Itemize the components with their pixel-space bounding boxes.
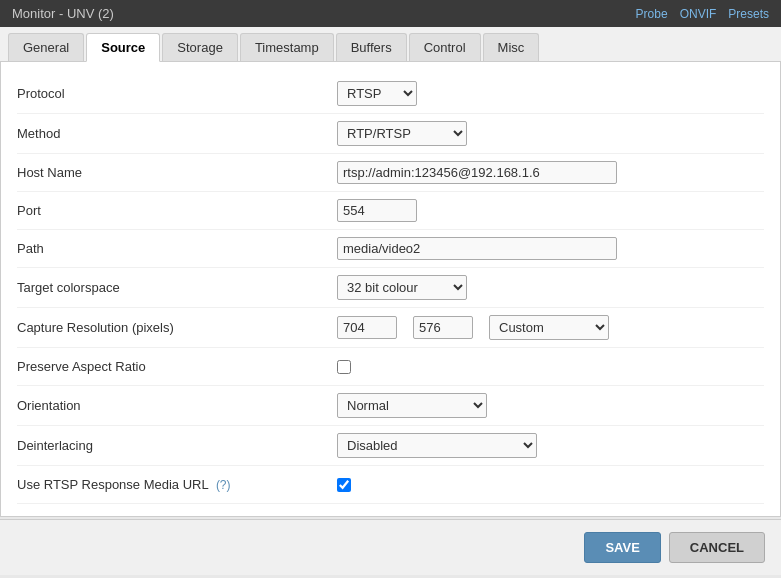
- rtsp-response-media-url-checkbox[interactable]: [337, 478, 351, 492]
- orientation-row: Orientation Normal Rotate 90 Rotate 180 …: [17, 386, 764, 426]
- path-row: Path: [17, 230, 764, 268]
- footer: SAVE CANCEL: [0, 519, 781, 575]
- port-row: Port: [17, 192, 764, 230]
- resolution-height-input[interactable]: [413, 316, 473, 339]
- hostname-row: Host Name: [17, 154, 764, 192]
- tab-storage[interactable]: Storage: [162, 33, 238, 61]
- resolution-width-input[interactable]: [337, 316, 397, 339]
- colorspace-row: Target colorspace 32 bit colour 24 bit c…: [17, 268, 764, 308]
- tabs-bar: General Source Storage Timestamp Buffers…: [0, 27, 781, 62]
- tab-source[interactable]: Source: [86, 33, 160, 62]
- preserve-aspect-ratio-row: Preserve Aspect Ratio: [17, 348, 764, 386]
- port-label: Port: [17, 203, 337, 218]
- resolution-preset-select[interactable]: Custom 640x480 704x576 1280x720 1920x108…: [489, 315, 609, 340]
- orientation-select[interactable]: Normal Rotate 90 Rotate 180 Rotate 270 F…: [337, 393, 487, 418]
- deinterlacing-label: Deinterlacing: [17, 438, 337, 453]
- title-bar: Monitor - UNV (2) Probe ONVIF Presets: [0, 0, 781, 27]
- preserve-aspect-ratio-label: Preserve Aspect Ratio: [17, 359, 337, 374]
- deinterlacing-select[interactable]: Disabled Enabled Forced: [337, 433, 537, 458]
- orientation-label: Orientation: [17, 398, 337, 413]
- path-input[interactable]: [337, 237, 617, 260]
- deinterlacing-row: Deinterlacing Disabled Enabled Forced: [17, 426, 764, 466]
- method-row: Method RTP/RTSP RTP/RTSP/HTTP MJPEG/HTTP: [17, 114, 764, 154]
- tab-control[interactable]: Control: [409, 33, 481, 61]
- port-input[interactable]: [337, 199, 417, 222]
- tab-timestamp[interactable]: Timestamp: [240, 33, 334, 61]
- cancel-button[interactable]: CANCEL: [669, 532, 765, 563]
- protocol-label: Protocol: [17, 86, 337, 101]
- path-label: Path: [17, 241, 337, 256]
- window-title: Monitor - UNV (2): [12, 6, 114, 21]
- form-content: Protocol RTSP HTTP HTTPS Method RTP/RTSP…: [0, 62, 781, 517]
- rtsp-response-media-url-row: Use RTSP Response Media URL (?): [17, 466, 764, 504]
- probe-link[interactable]: Probe: [636, 7, 668, 21]
- rtsp-response-media-url-help[interactable]: (?): [216, 478, 231, 492]
- protocol-select[interactable]: RTSP HTTP HTTPS: [337, 81, 417, 106]
- colorspace-select[interactable]: 32 bit colour 24 bit colour 8 bit grey: [337, 275, 467, 300]
- capture-resolution-label: Capture Resolution (pixels): [17, 320, 337, 335]
- rtsp-response-media-url-label: Use RTSP Response Media URL (?): [17, 477, 337, 492]
- protocol-row: Protocol RTSP HTTP HTTPS: [17, 74, 764, 114]
- save-button[interactable]: SAVE: [584, 532, 660, 563]
- title-bar-links: Probe ONVIF Presets: [636, 7, 769, 21]
- hostname-label: Host Name: [17, 165, 337, 180]
- method-select[interactable]: RTP/RTSP RTP/RTSP/HTTP MJPEG/HTTP: [337, 121, 467, 146]
- tab-buffers[interactable]: Buffers: [336, 33, 407, 61]
- method-label: Method: [17, 126, 337, 141]
- colorspace-label: Target colorspace: [17, 280, 337, 295]
- tab-general[interactable]: General: [8, 33, 84, 61]
- capture-resolution-row: Capture Resolution (pixels) Custom 640x4…: [17, 308, 764, 348]
- presets-link[interactable]: Presets: [728, 7, 769, 21]
- onvif-link[interactable]: ONVIF: [680, 7, 717, 21]
- preserve-aspect-ratio-checkbox[interactable]: [337, 360, 351, 374]
- hostname-input[interactable]: [337, 161, 617, 184]
- tab-misc[interactable]: Misc: [483, 33, 540, 61]
